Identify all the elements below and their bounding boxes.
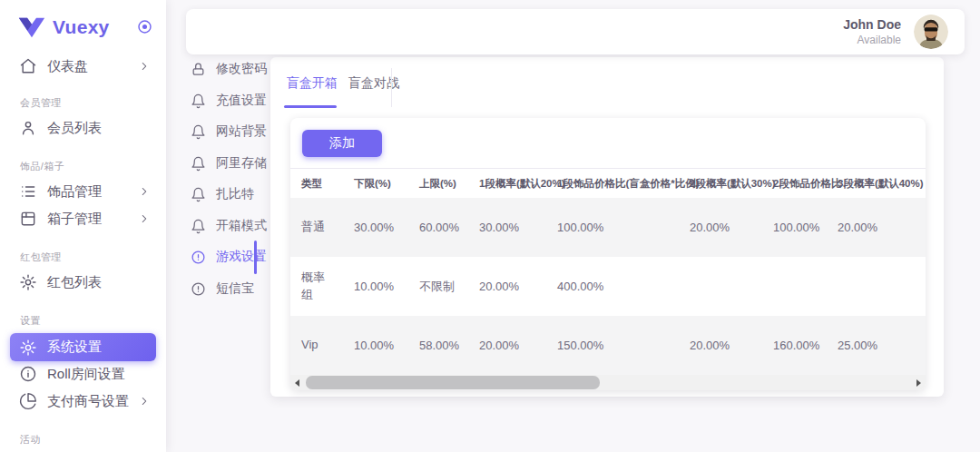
home-icon (19, 57, 37, 75)
gear-icon (19, 273, 37, 291)
sidebar-item-item-management[interactable]: 饰品管理 (10, 178, 156, 205)
content-card: 盲盒开箱 盲盒对战 添加 类型 下限(%) 上限(%) 1段概率(默认20%) … (270, 57, 944, 397)
settings-menu-label: 游戏设置 (216, 249, 267, 265)
bell-icon (191, 187, 206, 202)
table-cell: 20.00% (479, 339, 557, 352)
settings-menu-label: 修改密码 (216, 61, 267, 77)
sidebar-section-items-boxes: 饰品/箱子 (20, 160, 64, 173)
sidebar-section-members: 会员管理 (20, 96, 62, 110)
radio-circle-icon[interactable] (136, 18, 153, 35)
scrollbar-right-arrow-icon[interactable] (910, 375, 926, 390)
table-cell: Vip (301, 337, 354, 354)
scrollbar-left-arrow-icon[interactable] (290, 375, 306, 390)
column-header-type: 类型 (301, 176, 354, 192)
settings-menu-item-smsbao[interactable]: 短信宝 (191, 278, 254, 300)
user-avatar[interactable] (914, 15, 948, 49)
topbar: John Doe Available (186, 9, 965, 54)
sidebar-item-label: 箱子管理 (47, 211, 102, 228)
column-header-lower-limit: 下限(%) (354, 177, 419, 191)
chevron-right-icon (138, 60, 151, 73)
tab-divider (391, 68, 392, 107)
settings-menu-label: 短信宝 (216, 280, 254, 297)
table-cell: 20.00% (690, 221, 773, 234)
table-cell: 100.00% (773, 221, 838, 234)
game-settings-table-card: 添加 类型 下限(%) 上限(%) 1段概率(默认20%) 1段饰品价格比(盲盒… (290, 118, 926, 390)
settings-menu-item-site-background[interactable]: 网站背景 (191, 121, 267, 142)
column-header-stage3-probability: 3段概率(默认40%) (838, 177, 923, 191)
bell-icon (191, 124, 206, 140)
user-status: Available (843, 34, 901, 46)
table-cell: 10.00% (354, 280, 419, 293)
column-header-upper-limit: 上限(%) (419, 177, 479, 191)
bell-icon (191, 219, 206, 234)
table-cell: 30.00% (354, 221, 419, 234)
sidebar-item-member-list[interactable]: 会员列表 (10, 114, 156, 142)
sidebar-item-label: Roll房间设置 (47, 366, 125, 383)
sidebar-item-system-settings[interactable]: 系统设置 (10, 333, 156, 361)
sidebar-item-label: 会员列表 (47, 120, 102, 137)
sidebar-item-box-management[interactable]: 箱子管理 (10, 205, 156, 232)
table-cell: 160.00% (773, 339, 838, 352)
table-cell: 20.00% (479, 280, 557, 293)
settings-menu-item-ali-storage[interactable]: 阿里存储 (191, 152, 267, 174)
table-toolbar: 添加 (290, 118, 926, 169)
tab-blindbox-open[interactable]: 盲盒开箱 (287, 75, 338, 92)
chevron-right-icon (138, 395, 151, 408)
add-button[interactable]: 添加 (302, 130, 382, 157)
settings-menu-item-unbox-mode[interactable]: 开箱模式 (191, 215, 267, 237)
sidebar-item-roll-room-settings[interactable]: Roll房间设置 (10, 360, 156, 388)
chevron-right-icon (138, 185, 151, 198)
table-cell: 概率组 (301, 270, 354, 304)
sidebar-section-activity: 活动 (20, 433, 41, 447)
column-header-stage1-probability: 1段概率(默认20%) (479, 177, 557, 191)
lock-icon (191, 62, 206, 77)
column-header-stage2-probability: 2段概率(默认30%) (690, 177, 773, 191)
settings-menu-label: 扎比特 (216, 186, 254, 202)
table-cell: 58.00% (419, 339, 479, 352)
sidebar-item-label: 支付商号设置 (47, 393, 129, 410)
active-tab-underline (284, 105, 337, 108)
alert-circle-icon (191, 281, 206, 297)
box-icon (19, 210, 37, 228)
alert-circle-icon (191, 250, 206, 265)
sidebar-section-redpacket: 红包管理 (20, 251, 62, 264)
horizontal-scrollbar[interactable] (290, 375, 926, 390)
table-row: 概率组 10.00% 不限制 20.00% 400.00% (290, 257, 926, 316)
sidebar-section-settings: 设置 (20, 314, 41, 328)
table-cell: 不限制 (419, 279, 479, 295)
sidebar-item-label: 仪表盘 (47, 58, 88, 75)
settings-menu-item-recharge-settings[interactable]: 充值设置 (191, 90, 267, 112)
settings-menu-label: 阿里存储 (216, 155, 267, 172)
table-cell: 400.00% (557, 280, 690, 293)
table-cell: 25.00% (838, 339, 923, 352)
bell-icon (191, 93, 206, 109)
table-cell: 20.00% (838, 221, 923, 234)
sidebar-item-label: 红包列表 (47, 274, 102, 291)
sidebar-item-dashboard[interactable]: 仪表盘 (10, 53, 156, 80)
user-menu[interactable]: John Doe Available (843, 17, 901, 46)
table-cell: 10.00% (354, 339, 419, 352)
info-icon (19, 365, 37, 383)
column-header-stage1-price-ratio: 1段饰品价格比(盲盒价格*比例) (557, 177, 690, 191)
table-row: 普通 30.00% 60.00% 30.00% 100.00% 20.00% 1… (290, 198, 926, 257)
vuexy-logo (18, 16, 45, 39)
settings-menu-active-indicator (254, 241, 257, 274)
list-icon (19, 182, 37, 201)
settings-menu-label: 开箱模式 (216, 218, 267, 234)
sidebar-item-redpacket-list[interactable]: 红包列表 (10, 269, 156, 296)
table-cell: 20.00% (690, 339, 773, 352)
settings-menu-item-zhabite[interactable]: 扎比特 (191, 183, 254, 205)
column-header-stage2-price-ratio: 2段饰品价格比 (773, 177, 838, 191)
pie-chart-icon (19, 392, 37, 410)
main-sidebar: Vuexy 仪表盘 会员管理 会员列表 饰品/箱子 (0, 0, 166, 452)
settings-menu-item-change-password[interactable]: 修改密码 (191, 58, 267, 80)
scrollbar-thumb[interactable] (306, 376, 600, 389)
bell-icon (191, 156, 206, 172)
user-icon (19, 119, 37, 137)
user-name: John Doe (843, 17, 901, 32)
table-cell: 30.00% (479, 221, 557, 234)
chevron-right-icon (138, 212, 151, 225)
gear-icon (19, 339, 37, 357)
sidebar-item-label: 系统设置 (47, 339, 102, 356)
sidebar-item-payment-merchant-settings[interactable]: 支付商号设置 (10, 388, 156, 415)
